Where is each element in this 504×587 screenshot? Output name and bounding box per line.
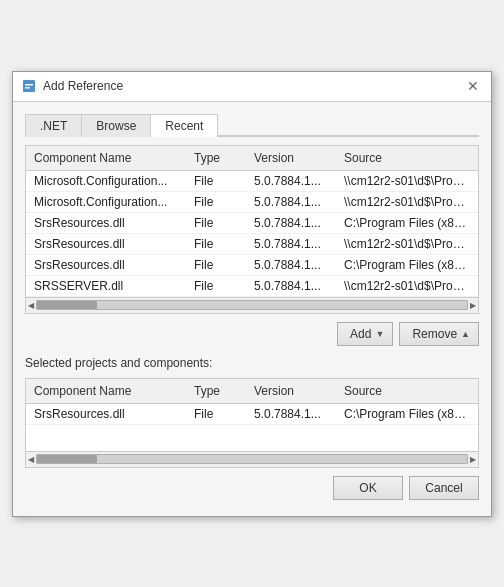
selected-table-container: Component Name Type Version Source SrsRe… <box>25 378 479 468</box>
sel-col-header-name: Component Name <box>30 381 190 401</box>
sel-scroll-right-icon[interactable]: ▶ <box>470 455 476 464</box>
sel-cell-type: File <box>190 404 250 424</box>
cell-version: 5.0.7884.1... <box>250 192 340 212</box>
cell-version: 5.0.7884.1... <box>250 213 340 233</box>
svg-rect-1 <box>25 84 33 86</box>
cell-type: File <box>190 276 250 296</box>
selected-table-row[interactable]: SrsResources.dll File 5.0.7884.1... C:\P… <box>26 404 478 425</box>
cell-type: File <box>190 171 250 191</box>
cell-name: SrsResources.dll <box>30 255 190 275</box>
title-bar: Add Reference ✕ <box>13 72 491 102</box>
sel-scrollbar-thumb[interactable] <box>37 455 97 463</box>
table-row[interactable]: Microsoft.Configuration... File 5.0.7884… <box>26 171 478 192</box>
cell-source: \\cm12r2-s01\d$\Program <box>340 276 474 296</box>
cell-source: \\cm12r2-s01\d$\Program <box>340 192 474 212</box>
col-header-source: Source <box>340 148 474 168</box>
tab-bar: .NET Browse Recent <box>25 112 479 137</box>
table-row[interactable]: SrsResources.dll File 5.0.7884.1... C:\P… <box>26 255 478 276</box>
sel-col-header-type: Type <box>190 381 250 401</box>
table-row[interactable]: SrsResources.dll File 5.0.7884.1... C:\P… <box>26 213 478 234</box>
tab-browse[interactable]: Browse <box>82 114 151 137</box>
cell-version: 5.0.7884.1... <box>250 234 340 254</box>
close-button[interactable]: ✕ <box>463 76 483 96</box>
scrollbar-thumb[interactable] <box>37 301 97 309</box>
bottom-buttons-row: OK Cancel <box>25 476 479 506</box>
add-dropdown-arrow-icon: ▼ <box>375 329 384 339</box>
cell-source: C:\Program Files (x86)\Mic <box>340 213 474 233</box>
main-table-header: Component Name Type Version Source <box>26 146 478 171</box>
sel-col-header-version: Version <box>250 381 340 401</box>
action-buttons-row: Add ▼ Remove ▲ <box>25 322 479 346</box>
sel-cell-name: SrsResources.dll <box>30 404 190 424</box>
dialog-body: .NET Browse Recent Component Name Type V… <box>13 102 491 516</box>
cell-name: SRSSERVER.dll <box>30 276 190 296</box>
dialog-title: Add Reference <box>43 79 123 93</box>
table-row[interactable]: SrsResources.dll File 5.0.7884.1... \\cm… <box>26 234 478 255</box>
cell-name: SrsResources.dll <box>30 213 190 233</box>
cell-source: \\cm12r2-s01\d$\Program <box>340 234 474 254</box>
sel-col-header-source: Source <box>340 381 474 401</box>
cell-version: 5.0.7884.1... <box>250 255 340 275</box>
remove-button[interactable]: Remove ▲ <box>399 322 479 346</box>
sel-cell-source: C:\Program Files (x86)\Microso <box>340 404 474 424</box>
sel-cell-version: 5.0.7884.1... <box>250 404 340 424</box>
scrollbar-track[interactable] <box>36 300 468 310</box>
table-row[interactable]: Microsoft.Configuration... File 5.0.7884… <box>26 192 478 213</box>
add-button[interactable]: Add ▼ <box>337 322 393 346</box>
svg-rect-2 <box>25 87 30 89</box>
sel-scroll-left-icon[interactable]: ◀ <box>28 455 34 464</box>
scroll-left-icon[interactable]: ◀ <box>28 301 34 310</box>
dialog-icon <box>21 78 37 94</box>
cell-name: SrsResources.dll <box>30 234 190 254</box>
cell-type: File <box>190 234 250 254</box>
cell-type: File <box>190 213 250 233</box>
sel-scrollbar-track[interactable] <box>36 454 468 464</box>
cell-version: 5.0.7884.1... <box>250 171 340 191</box>
selected-table-hscrollbar[interactable]: ◀ ▶ <box>26 451 478 467</box>
main-table-hscrollbar[interactable]: ◀ ▶ <box>26 297 478 313</box>
col-header-type: Type <box>190 148 250 168</box>
remove-button-label: Remove <box>412 327 457 341</box>
add-button-label: Add <box>350 327 371 341</box>
ok-button[interactable]: OK <box>333 476 403 500</box>
main-table-body: Microsoft.Configuration... File 5.0.7884… <box>26 171 478 297</box>
cell-name: Microsoft.Configuration... <box>30 171 190 191</box>
main-table-container: Component Name Type Version Source Micro… <box>25 145 479 314</box>
tab-recent[interactable]: Recent <box>151 114 218 137</box>
selected-label: Selected projects and components: <box>25 356 479 370</box>
title-bar-left: Add Reference <box>21 78 123 94</box>
scroll-right-icon[interactable]: ▶ <box>470 301 476 310</box>
svg-rect-0 <box>23 80 35 92</box>
cell-version: 5.0.7884.1... <box>250 276 340 296</box>
tab-dotnet[interactable]: .NET <box>25 114 82 137</box>
add-reference-dialog: Add Reference ✕ .NET Browse Recent Compo… <box>12 71 492 517</box>
col-header-name: Component Name <box>30 148 190 168</box>
cell-type: File <box>190 255 250 275</box>
remove-dropdown-arrow-icon: ▲ <box>461 329 470 339</box>
table-row[interactable]: SRSSERVER.dll File 5.0.7884.1... \\cm12r… <box>26 276 478 297</box>
cell-source: \\cm12r2-s01\d$\Program <box>340 171 474 191</box>
selected-table-header: Component Name Type Version Source <box>26 379 478 404</box>
cell-type: File <box>190 192 250 212</box>
cell-name: Microsoft.Configuration... <box>30 192 190 212</box>
selected-table-body: SrsResources.dll File 5.0.7884.1... C:\P… <box>26 404 478 451</box>
cancel-button[interactable]: Cancel <box>409 476 479 500</box>
cell-source: C:\Program Files (x86)\Mic <box>340 255 474 275</box>
col-header-version: Version <box>250 148 340 168</box>
